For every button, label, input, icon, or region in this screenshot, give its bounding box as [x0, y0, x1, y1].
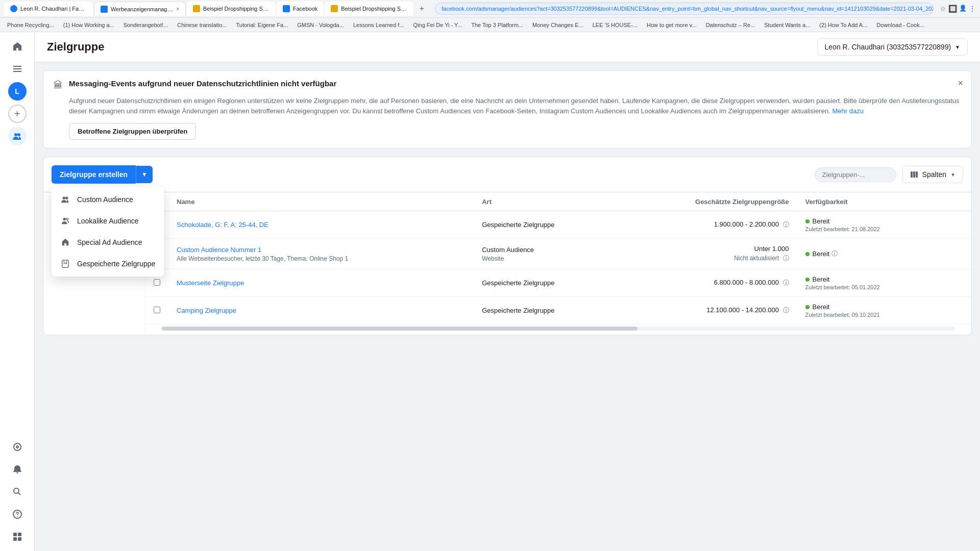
row-2-status-cell: Bereit ⓘ	[797, 239, 945, 269]
bookmark-13[interactable]: Datenschutz – Re...	[703, 21, 758, 29]
bookmark-15[interactable]: (2) How To Add A...	[816, 21, 870, 29]
tab-1[interactable]: Leon R. Chaudhari | Facebook	[4, 2, 93, 16]
dropdown-saved-audience[interactable]: Gespeicherte Zielgruppe	[52, 253, 164, 274]
row-2-status-info-icon[interactable]: ⓘ	[831, 249, 838, 258]
extensions[interactable]: 🔲	[948, 5, 957, 13]
tab-favicon-5	[331, 5, 338, 12]
svg-rect-18	[913, 171, 915, 178]
row-1-size-info-icon[interactable]: ⓘ	[783, 221, 789, 228]
tab-favicon-2	[101, 6, 108, 13]
sidebar-search-button[interactable]	[8, 483, 27, 501]
dropdown-custom-audience[interactable]: Custom Audience	[52, 189, 164, 210]
row-2-size: Unter 1.000	[754, 245, 789, 253]
sidebar-help-button[interactable]	[8, 505, 27, 523]
svg-rect-2	[13, 71, 21, 72]
row-3-size-info-icon[interactable]: ⓘ	[783, 279, 789, 286]
size-column-header: Geschätzte Zielgruppengröße	[618, 192, 797, 211]
row-4-name-link[interactable]: Camping Zielgruppe	[177, 307, 236, 314]
tab-favicon-4	[283, 5, 290, 12]
bookmark-5[interactable]: Tutorial: Eigene Fa...	[233, 21, 291, 29]
bookmark-8[interactable]: Qing Fei De Yi - Y...	[410, 21, 465, 29]
row-1-name-link[interactable]: Schokolade, G: F, A: 25-44, DE	[177, 221, 268, 229]
tab-close-2[interactable]: ×	[176, 6, 179, 12]
row-2-name-link[interactable]: Custom Audience Nummer 1	[177, 246, 261, 254]
sidebar-avatar[interactable]: L	[8, 82, 27, 101]
alert-title: Messaging-Events aufgrund neuer Datensch…	[69, 79, 336, 88]
create-audience-button[interactable]: Zielgruppe erstellen	[52, 165, 136, 184]
row-2-type: Custom Audience	[482, 246, 534, 254]
row-2-name-cell: Custom Audience Nummer 1 Alle Webseitenb…	[168, 239, 474, 269]
row-3-type-cell: Gespeicherte Zielgruppe	[474, 269, 618, 297]
bookmark-9[interactable]: The Top 3 Platform...	[468, 21, 526, 29]
tab-4[interactable]: Facebook	[277, 2, 324, 16]
menu-dots[interactable]: ⋮	[969, 5, 976, 13]
tab-5[interactable]: Beispiel Dropshipping Store	[325, 2, 413, 16]
table-row: Camping Zielgruppe Gespeicherte Zielgrup…	[145, 297, 971, 324]
row-3-checkbox[interactable]	[154, 279, 160, 286]
horizontal-scrollbar-track[interactable]	[162, 327, 955, 331]
sidebar-add-button[interactable]: +	[8, 105, 27, 123]
tab-favicon-3	[193, 5, 200, 12]
row-4-checkbox[interactable]	[154, 307, 160, 313]
alert-close-button[interactable]: ×	[958, 78, 963, 89]
tab-3[interactable]: Beispiel Dropshipping Store...	[187, 2, 276, 16]
sidebar-bell-button[interactable]	[8, 460, 27, 479]
bookmark-10[interactable]: Money Changes E...	[529, 21, 586, 29]
profile-icon[interactable]: 👤	[959, 5, 967, 13]
bookmark-3[interactable]: Sonderangebot!...	[120, 21, 171, 29]
address-bar[interactable]: facebook.com/adsmanager/audiences?act=30…	[435, 3, 934, 15]
audience-search-input[interactable]	[815, 167, 896, 182]
alert-banner: 🏛 Messaging-Events aufgrund neuer Datens…	[43, 70, 972, 148]
sidebar-tools-button[interactable]	[8, 528, 27, 546]
row-1-type-cell: Gespeicherte Zielgruppe	[474, 211, 618, 239]
bookmark-2[interactable]: (1) How Working a...	[60, 21, 117, 29]
special-ad-audience-icon	[60, 237, 71, 248]
svg-rect-9	[18, 533, 21, 536]
bookmark-12[interactable]: How to get more v...	[644, 21, 700, 29]
row-2-status: Bereit	[813, 250, 830, 258]
alert-icon: 🏛	[54, 80, 63, 91]
app-container: L + Zielgruppe Leon R. Chaudhari (30	[0, 32, 980, 551]
sidebar-audiences-button[interactable]	[8, 127, 27, 145]
sidebar-settings-button[interactable]	[8, 438, 27, 456]
row-2-type-cell: Custom Audience Website	[474, 239, 618, 269]
row-4-size-info-icon[interactable]: ⓘ	[783, 307, 789, 314]
horizontal-scrollbar-thumb[interactable]	[162, 327, 638, 331]
row-2-size-info-icon[interactable]: ⓘ	[783, 255, 789, 262]
create-audience-dropdown-arrow[interactable]: ▼	[136, 166, 153, 183]
row-1-status-date: Zuletzt bearbeitet: 21.08.2022	[805, 226, 880, 232]
sidebar-menu-button[interactable]	[8, 60, 27, 78]
horizontal-scrollbar-area[interactable]	[145, 324, 971, 335]
alert-more-link[interactable]: Mehr dazu	[832, 107, 864, 115]
bookmark-7[interactable]: Lessons Learned f...	[350, 21, 407, 29]
bookmark-6[interactable]: GMSN - Vologda...	[294, 21, 347, 29]
bookmark-11[interactable]: LEE 'S HOUSE-...	[590, 21, 641, 29]
account-name: Leon R. Chaudhari (303253577220899)	[825, 43, 951, 51]
account-selector[interactable]: Leon R. Chaudhari (303253577220899) ▼	[817, 38, 968, 56]
dropdown-lookalike-audience[interactable]: Lookalike Audience	[52, 210, 164, 232]
bookmark-4[interactable]: Chinese translatio...	[174, 21, 230, 29]
svg-rect-8	[13, 533, 17, 536]
bookmark-star[interactable]: ☆	[940, 5, 946, 13]
bookmark-16[interactable]: Download - Cook...	[873, 21, 927, 29]
svg-rect-17	[911, 171, 913, 178]
row-1-status-dot	[805, 219, 810, 223]
dropdown-special-ad-audience[interactable]: Special Ad Audience	[52, 232, 164, 253]
svg-point-13	[65, 197, 68, 199]
columns-button[interactable]: Spalten ▼	[902, 166, 963, 183]
custom-audience-label: Custom Audience	[77, 195, 133, 204]
toolbar-right: Spalten ▼	[815, 166, 963, 183]
row-1-name-cell: Schokolade, G: F, A: 25-44, DE	[168, 211, 474, 239]
tab-2[interactable]: Werbeanzeigenmanager - Zie... ×	[94, 2, 186, 16]
lookalike-audience-label: Lookalike Audience	[77, 217, 139, 225]
affected-groups-button[interactable]: Betroffene Zielgruppen überprüfen	[69, 123, 196, 140]
bookmark-1[interactable]: Phone Recycling...	[4, 21, 57, 29]
sidebar-home-button[interactable]	[8, 37, 27, 56]
new-tab-button[interactable]: +	[414, 2, 429, 16]
row-2-type-sub: Website	[482, 255, 610, 262]
bookmark-14[interactable]: Student Wants a...	[761, 21, 813, 29]
row-3-name-link[interactable]: Musterseite Zielgruppe	[177, 279, 244, 287]
table-area: Zielgruppe erstellen ▼ Custom Audience	[43, 157, 972, 335]
svg-point-14	[63, 218, 66, 220]
alert-body: Aufgrund neuer Datenschutzrichtlinien ei…	[69, 96, 961, 116]
